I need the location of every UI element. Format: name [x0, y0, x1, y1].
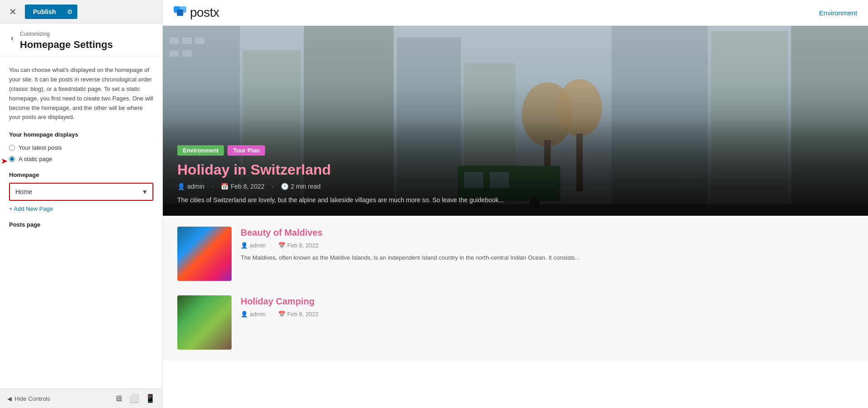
description-text: You can choose what's displayed on the h… — [9, 66, 153, 122]
homepage-label: Homepage — [9, 171, 153, 178]
arrow-indicator: ➤ — [1, 156, 8, 166]
hero-tags: Environment Tour Plan — [177, 145, 854, 156]
post-body: Beauty of Maldives 👤 admin · 📅 Feb 8, 20… — [241, 227, 854, 263]
hero-content: Environment Tour Plan Holiday in Switzer… — [163, 134, 868, 216]
radio-static-page[interactable]: A static page — [9, 156, 153, 162]
site-logo: postx — [174, 5, 219, 20]
hero-section: Environment Tour Plan Holiday in Switzer… — [163, 26, 868, 216]
hero-author: 👤 admin — [177, 183, 204, 190]
mobile-view-button[interactable]: 📱 — [145, 394, 155, 403]
post-list: Beauty of Maldives 👤 admin · 📅 Feb 8, 20… — [163, 216, 868, 361]
panel-content: You can choose what's displayed on the h… — [0, 57, 162, 389]
site-title: postx — [190, 5, 219, 20]
hero-date: 📅 Feb 8, 2022 — [221, 183, 265, 190]
radio-latest-posts[interactable]: Your latest posts — [9, 144, 153, 151]
post-body: Holiday Camping 👤 admin · 📅 Feb 8, 2022 — [241, 295, 854, 322]
hero-description: The cities of Switzerland are lovely, bu… — [177, 195, 584, 205]
post-item: Beauty of Maldives 👤 admin · 📅 Feb 8, 20… — [177, 227, 854, 281]
radio-latest-posts-label: Your latest posts — [19, 144, 62, 151]
calendar-icon: 📅 — [278, 311, 285, 318]
post-meta: 👤 admin · 📅 Feb 8, 2022 — [241, 311, 854, 318]
posts-page-label: Posts page — [9, 221, 153, 228]
view-controls: 🖥 ⬜ 📱 — [114, 394, 155, 403]
tablet-view-button[interactable]: ⬜ — [129, 394, 139, 403]
hide-controls-label: Hide Controls — [14, 395, 50, 402]
left-panel: ✕ Publish ⚙ ‹ Customizing Homepage Setti… — [0, 0, 163, 408]
panel-header: ‹ Customizing Homepage Settings — [0, 24, 162, 57]
clock-icon: 🕐 — [281, 183, 289, 190]
preview-content: Environment Tour Plan Holiday in Switzer… — [163, 26, 868, 408]
post-thumbnail-camping — [177, 295, 232, 350]
post-author: 👤 admin — [241, 242, 266, 249]
tag-environment: Environment — [177, 145, 224, 156]
radio-static-page-input[interactable] — [9, 156, 15, 162]
homepage-sub-section: Homepage Home About Contact Blog ▼ + Add… — [9, 171, 153, 221]
radio-group: ➤ Your latest posts A static page — [9, 144, 153, 162]
homepage-displays-label: Your homepage displays — [9, 131, 153, 138]
hide-controls-button[interactable]: ◀ Hide Controls — [7, 395, 50, 402]
publish-button[interactable]: Publish — [25, 5, 64, 19]
page-title: Homepage Settings — [20, 39, 113, 51]
radio-latest-posts-input[interactable] — [9, 145, 15, 151]
tag-tour-plan: Tour Plan — [228, 145, 265, 156]
postx-logo-icon — [174, 6, 186, 19]
customizing-label: Customizing — [20, 31, 113, 37]
post-excerpt: The Maldives, often known as the Maldive… — [241, 253, 854, 263]
right-preview: postx Environment — [163, 0, 868, 408]
post-title[interactable]: Holiday Camping — [241, 295, 854, 307]
post-thumbnail-maldives — [177, 227, 232, 281]
hero-read-time: 🕐 2 min read — [281, 183, 321, 190]
radio-static-page-label: A static page — [19, 156, 52, 162]
top-bar: ✕ Publish ⚙ — [0, 0, 162, 24]
back-button[interactable]: ‹ — [9, 33, 15, 43]
panel-footer: ◀ Hide Controls 🖥 ⬜ 📱 — [0, 389, 162, 408]
post-date: 📅 Feb 8, 2022 — [278, 311, 318, 318]
hero-meta: 👤 admin · 📅 Feb 8, 2022 · 🕐 2 min read — [177, 183, 854, 190]
hero-title: Holiday in Switzerland — [177, 161, 854, 178]
post-meta: 👤 admin · 📅 Feb 8, 2022 — [241, 242, 854, 249]
homepage-select-wrapper[interactable]: Home About Contact Blog ▼ — [9, 183, 153, 201]
header-text: Customizing Homepage Settings — [20, 31, 113, 51]
user-icon: 👤 — [241, 311, 248, 318]
gear-button[interactable]: ⚙ — [62, 5, 77, 19]
calendar-icon: 📅 — [278, 242, 285, 249]
desktop-view-button[interactable]: 🖥 — [114, 394, 123, 403]
post-author: 👤 admin — [241, 311, 266, 318]
post-item: Holiday Camping 👤 admin · 📅 Feb 8, 2022 — [177, 295, 854, 350]
add-new-page-link[interactable]: + Add New Page — [9, 205, 53, 212]
close-button[interactable]: ✕ — [5, 5, 20, 19]
svg-rect-2 — [177, 9, 183, 16]
circle-left-icon: ◀ — [7, 395, 12, 402]
publish-group: Publish ⚙ — [25, 5, 77, 19]
homepage-select[interactable]: Home About Contact Blog — [10, 184, 152, 200]
user-icon: 👤 — [177, 183, 185, 190]
user-icon: 👤 — [241, 242, 248, 249]
environment-link[interactable]: Environment — [819, 9, 857, 17]
calendar-icon: 📅 — [221, 183, 228, 190]
preview-top-bar: postx Environment — [163, 0, 868, 26]
post-title[interactable]: Beauty of Maldives — [241, 227, 854, 238]
post-date: 📅 Feb 8, 2022 — [278, 242, 318, 249]
